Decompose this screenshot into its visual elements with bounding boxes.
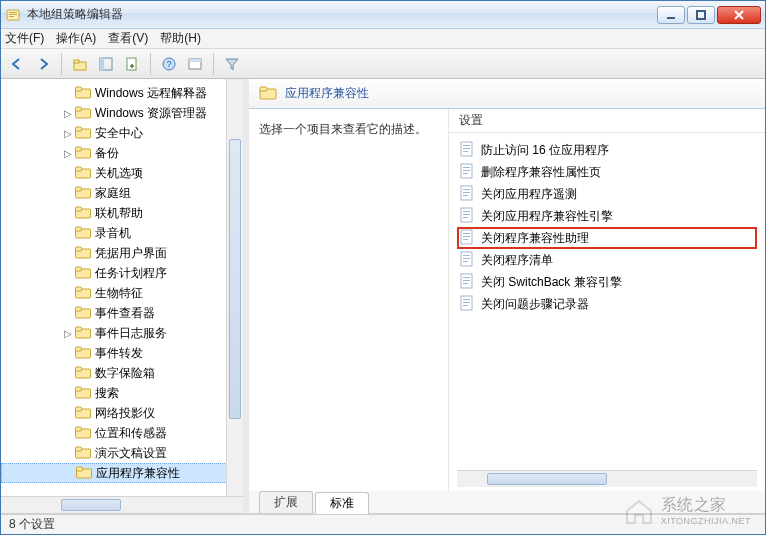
tree-item-label: 事件日志服务 (95, 325, 167, 342)
svg-rect-63 (463, 170, 470, 171)
tree-item[interactable]: ▷应用程序兼容性 (1, 463, 241, 483)
menu-help[interactable]: 帮助(H) (160, 30, 201, 47)
scrollbar-thumb[interactable] (61, 499, 121, 511)
settings-horizontal-scrollbar[interactable] (457, 470, 757, 487)
toolbar-separator (61, 53, 62, 75)
setting-item[interactable]: 防止访问 16 位应用程序 (457, 139, 757, 161)
tree-horizontal-scrollbar[interactable] (1, 496, 243, 513)
tree-item[interactable]: ▷演示文稿设置 (1, 443, 241, 463)
tree-item[interactable]: ▷生物特征 (1, 283, 241, 303)
svg-rect-67 (463, 192, 470, 193)
policy-icon (459, 141, 475, 160)
svg-rect-62 (463, 167, 470, 168)
tree-item[interactable]: ▷事件转发 (1, 343, 241, 363)
tree-item-label: 演示文稿设置 (95, 445, 167, 462)
filter-button[interactable] (220, 52, 244, 76)
folder-icon (75, 305, 95, 322)
show-hide-tree-button[interactable] (94, 52, 118, 76)
tree-item[interactable]: ▷数字保险箱 (1, 363, 241, 383)
svg-rect-52 (76, 447, 82, 451)
svg-rect-48 (76, 407, 82, 411)
expand-icon[interactable]: ▷ (61, 108, 75, 119)
details-body: 选择一个项目来查看它的描述。 设置 防止访问 16 位应用程序删除程序兼容性属性… (249, 109, 765, 491)
tree-item[interactable]: ▷任务计划程序 (1, 263, 241, 283)
svg-rect-34 (76, 267, 82, 271)
setting-item[interactable]: 删除程序兼容性属性页 (457, 161, 757, 183)
svg-rect-3 (9, 16, 14, 17)
tree-item[interactable]: ▷联机帮助 (1, 203, 241, 223)
toolbar: ? (1, 49, 765, 79)
folder-icon (75, 85, 95, 102)
tree-item-label: 网络投影仪 (95, 405, 155, 422)
folder-icon (75, 225, 95, 242)
maximize-button[interactable] (687, 6, 715, 24)
tree-item[interactable]: ▷Windows 远程解释器 (1, 83, 241, 103)
back-button[interactable] (5, 52, 29, 76)
folder-icon (76, 465, 96, 482)
tree-item-label: 录音机 (95, 225, 131, 242)
tree-item[interactable]: ▷家庭组 (1, 183, 241, 203)
properties-button[interactable] (183, 52, 207, 76)
svg-rect-50 (76, 427, 82, 431)
expand-icon[interactable]: ▷ (61, 148, 75, 159)
forward-button[interactable] (31, 52, 55, 76)
tree-item[interactable]: ▷安全中心 (1, 123, 241, 143)
setting-item[interactable]: 关闭应用程序遥测 (457, 183, 757, 205)
policy-icon (459, 251, 475, 270)
tree-scroll: ▷Windows 远程解释器▷Windows 资源管理器▷安全中心▷备份▷关机选… (1, 79, 243, 496)
tab-extended[interactable]: 扩展 (259, 491, 313, 513)
svg-rect-32 (76, 247, 82, 251)
tree-item[interactable]: ▷关机选项 (1, 163, 241, 183)
tab-standard[interactable]: 标准 (315, 492, 369, 514)
details-title: 应用程序兼容性 (285, 85, 369, 102)
policy-icon (459, 163, 475, 182)
tree-item[interactable]: ▷网络投影仪 (1, 403, 241, 423)
svg-rect-42 (76, 347, 82, 351)
expand-icon[interactable]: ▷ (61, 328, 75, 339)
folder-icon (75, 445, 95, 462)
settings-list: 防止访问 16 位应用程序删除程序兼容性属性页关闭应用程序遥测关闭应用程序兼容性… (449, 133, 765, 470)
setting-item[interactable]: 关闭 SwitchBack 兼容引擎 (457, 271, 757, 293)
tree-item[interactable]: ▷位置和传感器 (1, 423, 241, 443)
setting-item-label: 关闭应用程序遥测 (481, 186, 577, 203)
minimize-button[interactable] (657, 6, 685, 24)
svg-rect-59 (463, 148, 470, 149)
policy-icon (459, 185, 475, 204)
svg-rect-76 (463, 239, 468, 240)
folder-icon (75, 425, 95, 442)
export-button[interactable] (120, 52, 144, 76)
tree-item[interactable]: ▷Windows 资源管理器 (1, 103, 241, 123)
tree-item[interactable]: ▷搜索 (1, 383, 241, 403)
tree-pane: ▷Windows 远程解释器▷Windows 资源管理器▷安全中心▷备份▷关机选… (1, 79, 249, 514)
tree-item-label: 关机选项 (95, 165, 143, 182)
help-button[interactable]: ? (157, 52, 181, 76)
tree-vertical-scrollbar[interactable] (226, 79, 243, 496)
menu-action[interactable]: 操作(A) (56, 30, 96, 47)
folder-icon (75, 125, 95, 142)
tree-item[interactable]: ▷事件日志服务 (1, 323, 241, 343)
app-icon (5, 7, 21, 23)
tree-item[interactable]: ▷事件查看器 (1, 303, 241, 323)
setting-item[interactable]: 关闭程序兼容性助理 (457, 227, 757, 249)
tree-item[interactable]: ▷凭据用户界面 (1, 243, 241, 263)
scrollbar-thumb[interactable] (229, 139, 241, 419)
menu-file[interactable]: 文件(F) (5, 30, 44, 47)
statusbar: 8 个设置 (1, 514, 765, 534)
setting-item[interactable]: 关闭程序清单 (457, 249, 757, 271)
setting-item[interactable]: 关闭问题步骤记录器 (457, 293, 757, 315)
setting-item-label: 关闭 SwitchBack 兼容引擎 (481, 274, 622, 291)
svg-rect-9 (100, 58, 104, 70)
tree-item-label: 联机帮助 (95, 205, 143, 222)
close-button[interactable] (717, 6, 761, 24)
scrollbar-thumb[interactable] (487, 473, 607, 485)
setting-item-label: 关闭应用程序兼容性引擎 (481, 208, 613, 225)
folder-icon (75, 185, 95, 202)
tree-item[interactable]: ▷录音机 (1, 223, 241, 243)
setting-item[interactable]: 关闭应用程序兼容性引擎 (457, 205, 757, 227)
menu-view[interactable]: 查看(V) (108, 30, 148, 47)
tree-item[interactable]: ▷备份 (1, 143, 241, 163)
details-header: 应用程序兼容性 (249, 79, 765, 109)
settings-column-header[interactable]: 设置 (449, 109, 765, 133)
expand-icon[interactable]: ▷ (61, 128, 75, 139)
up-button[interactable] (68, 52, 92, 76)
